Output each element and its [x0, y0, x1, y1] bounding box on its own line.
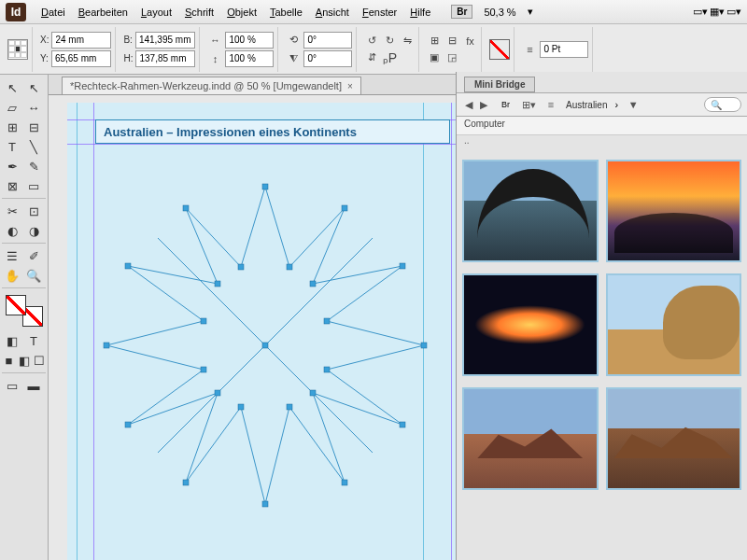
scissors-tool[interactable]: ✂ — [2, 202, 22, 220]
menu-objekt[interactable]: Objekt — [221, 3, 262, 21]
svg-rect-16 — [183, 480, 189, 485]
rectangle-frame-tool[interactable]: ⊠ — [2, 176, 22, 195]
flip-v-icon[interactable]: ⇵ — [364, 50, 379, 65]
content-placer-tool[interactable]: ⊟ — [23, 118, 44, 136]
screen-mode-icon[interactable]: ▭▾ — [693, 6, 708, 18]
menu-hilfe[interactable]: Hilfe — [404, 3, 436, 21]
thumbnail[interactable] — [606, 273, 742, 376]
view-mode-normal[interactable]: ▭ — [2, 376, 22, 395]
hand-tool[interactable]: ✋ — [2, 266, 22, 285]
svg-rect-3 — [287, 264, 292, 270]
align-icon[interactable]: ⊞ — [427, 34, 442, 49]
container-format-icon[interactable]: ◧ — [2, 331, 22, 350]
effects-icon[interactable]: fx — [462, 34, 477, 49]
separator — [2, 243, 46, 244]
sort-icon[interactable]: ≡ — [543, 97, 558, 112]
svg-rect-22 — [125, 263, 131, 269]
svg-rect-9 — [324, 367, 330, 372]
apply-none-icon[interactable]: ☐ — [32, 351, 46, 370]
direct-selection-tool[interactable]: ↖ — [23, 78, 44, 97]
path-bar[interactable]: Computer — [457, 117, 747, 135]
corner-icon[interactable]: ◲ — [444, 50, 459, 65]
h-input[interactable] — [135, 50, 195, 67]
page-tool[interactable]: ▱ — [2, 98, 22, 117]
rotate-ccw-icon[interactable]: ↺ — [364, 34, 379, 49]
free-transform-tool[interactable]: ⊡ — [23, 202, 44, 220]
wrap-icon[interactable]: ▣ — [427, 50, 442, 65]
paragraph-icon[interactable]: ₚP — [382, 50, 397, 65]
x-input[interactable] — [51, 32, 111, 49]
mini-bridge-tab[interactable]: Mini Bridge — [464, 77, 535, 92]
rectangle-tool[interactable]: ▭ — [23, 176, 44, 195]
close-tab-icon[interactable]: × — [347, 81, 353, 91]
flip-h-icon[interactable]: ⇋ — [400, 34, 415, 49]
thumbnail[interactable] — [462, 160, 599, 262]
workspace-icon[interactable]: ▭▾ — [726, 6, 741, 18]
view-icon[interactable]: ⊞▾ — [521, 97, 536, 112]
y-label: Y: — [40, 53, 49, 63]
search-input[interactable] — [704, 97, 741, 112]
menu-schrift[interactable]: Schrift — [179, 3, 219, 21]
line-tool[interactable]: ╲ — [23, 137, 44, 156]
svg-rect-17 — [215, 390, 220, 396]
svg-rect-21 — [201, 318, 206, 324]
folder-name[interactable]: Australien — [566, 100, 607, 110]
reference-point[interactable] — [7, 39, 28, 60]
menu-bearbeiten[interactable]: Bearbeiten — [73, 3, 134, 21]
filter-icon[interactable]: ▼ — [626, 97, 641, 112]
thumbnail[interactable] — [462, 273, 599, 376]
page[interactable]: Australien – Impressionen eines Kontinen… — [67, 103, 478, 560]
menu-fenster[interactable]: Fenster — [357, 3, 402, 21]
zoom-field[interactable]: 50,3 % — [484, 7, 515, 18]
gap-tool[interactable]: ↔ — [23, 98, 44, 117]
eyedropper-tool[interactable]: ✐ — [23, 246, 44, 265]
text-format-icon[interactable]: T — [23, 331, 44, 350]
apply-gradient-icon[interactable]: ◧ — [17, 351, 31, 370]
thumbnail[interactable] — [606, 387, 742, 490]
scale-y-input[interactable] — [225, 50, 274, 67]
gradient-feather-tool[interactable]: ◑ — [23, 221, 44, 240]
stroke-weight-input[interactable] — [540, 41, 588, 58]
distribute-icon[interactable]: ⊟ — [444, 34, 459, 49]
svg-rect-11 — [310, 390, 316, 396]
thumbnail[interactable] — [606, 160, 742, 262]
rotate-cw-icon[interactable]: ↻ — [382, 34, 397, 49]
shear-input[interactable] — [303, 50, 352, 67]
tools-panel: ↖↖ ▱↔ ⊞⊟ T╲ ✒✎ ⊠▭ ✂⊡ ◐◑ ☰✐ ✋🔍 ◧T ■◧☐ ▭▬ — [0, 75, 49, 560]
selection-tool[interactable]: ↖ — [2, 78, 22, 97]
rotate-input[interactable] — [303, 32, 352, 49]
type-tool[interactable]: T — [2, 137, 22, 156]
bridge-link-button[interactable]: Br — [498, 100, 514, 109]
app-logo: Id — [6, 3, 26, 21]
view-mode-preview[interactable]: ▬ — [23, 376, 44, 395]
menu-datei[interactable]: DDateiatei — [35, 3, 71, 21]
menu-layout[interactable]: Layout — [135, 3, 177, 21]
star-polygon-shape[interactable] — [88, 168, 443, 523]
pencil-tool[interactable]: ✎ — [23, 157, 44, 175]
menu-tabelle[interactable]: Tabelle — [264, 3, 308, 21]
document-tab[interactable]: *Rechteck-Rahmen-Werkzeug.indd @ 50 % [U… — [62, 77, 361, 94]
w-input[interactable] — [135, 32, 195, 49]
pen-tool[interactable]: ✒ — [2, 157, 22, 175]
mini-bridge-tab-bar: Mini Bridge — [457, 72, 747, 92]
fill-swatch[interactable] — [489, 39, 510, 60]
parent-folder[interactable]: .. — [457, 135, 747, 150]
document-tab-label: *Rechteck-Rahmen-Werkzeug.indd @ 50 % [U… — [70, 80, 342, 91]
svg-rect-10 — [400, 422, 405, 427]
nav-back-icon[interactable]: ◀ — [462, 98, 475, 111]
title-text-frame[interactable]: Australien – Impressionen eines Kontinen… — [95, 119, 450, 144]
thumbnail[interactable] — [462, 387, 599, 490]
zoom-tool[interactable]: 🔍 — [23, 266, 44, 285]
chevron-down-icon[interactable]: ▾ — [528, 6, 533, 18]
fill-stroke-swatches[interactable] — [6, 295, 43, 327]
gradient-swatch-tool[interactable]: ◐ — [2, 221, 22, 240]
content-collector-tool[interactable]: ⊞ — [2, 118, 22, 136]
scale-x-input[interactable] — [225, 32, 274, 49]
arrange-icon[interactable]: ▦▾ — [710, 6, 725, 18]
apply-color-icon[interactable]: ■ — [2, 351, 16, 370]
nav-forward-icon[interactable]: ▶ — [477, 98, 490, 111]
note-tool[interactable]: ☰ — [2, 246, 22, 265]
menu-ansicht[interactable]: Ansicht — [310, 3, 355, 21]
bridge-button[interactable]: Br — [451, 5, 472, 19]
y-input[interactable] — [51, 50, 111, 67]
